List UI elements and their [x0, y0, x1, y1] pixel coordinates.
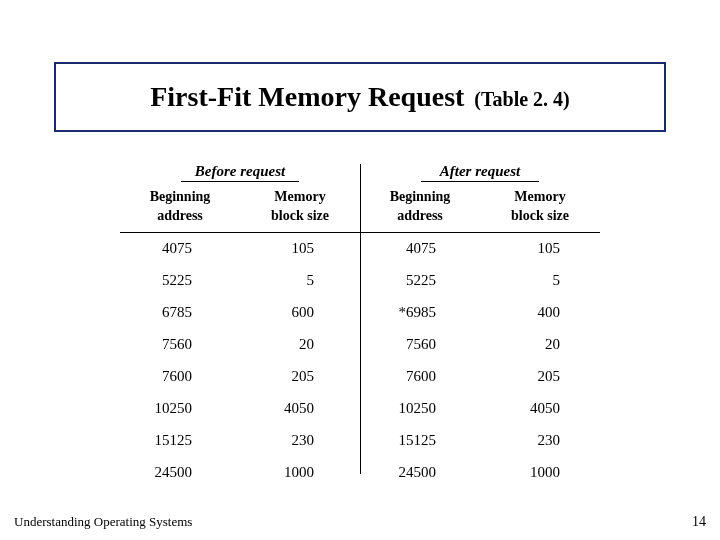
before-header: Before request [120, 160, 360, 184]
cell-address: 4075 [120, 240, 240, 257]
after-rows: 407510552255*698540075602076002051025040… [360, 233, 600, 489]
title-box: First-Fit Memory Request (Table 2. 4) [54, 62, 666, 132]
cell-address: 7600 [360, 368, 480, 385]
cell-blocksize: 5 [240, 272, 360, 289]
table-row: 15125230 [120, 425, 360, 457]
table-row: 15125230 [360, 425, 600, 457]
cell-blocksize: 230 [480, 432, 600, 449]
cell-address: 4075 [360, 240, 480, 257]
memory-table: Before request Beginning address Memory … [120, 160, 600, 489]
page-number: 14 [692, 514, 706, 530]
col-head-blocksize: Memory block size [480, 184, 600, 232]
table-row: 102504050 [360, 393, 600, 425]
header-underline [181, 181, 299, 182]
table-row: 4075105 [120, 233, 360, 265]
table-row: 756020 [120, 329, 360, 361]
cell-address: 24500 [360, 464, 480, 481]
title-main: First-Fit Memory Request [150, 81, 464, 112]
cell-blocksize: 205 [480, 368, 600, 385]
slide-title: First-Fit Memory Request (Table 2. 4) [150, 81, 570, 113]
table-row: 7600205 [360, 361, 600, 393]
slide: First-Fit Memory Request (Table 2. 4) Be… [0, 0, 720, 540]
table-row: 4075105 [360, 233, 600, 265]
after-header: After request [360, 160, 600, 184]
footer-source: Understanding Operating Systems [14, 514, 192, 530]
before-rows: 4075105522556785600756020760020510250405… [120, 233, 360, 489]
cell-blocksize: 1000 [240, 464, 360, 481]
cell-blocksize: 20 [480, 336, 600, 353]
cell-blocksize: 230 [240, 432, 360, 449]
table-row: 245001000 [120, 457, 360, 489]
cell-address: 7600 [120, 368, 240, 385]
col-head-address: Beginning address [360, 184, 480, 232]
after-header-text: After request [440, 163, 520, 179]
cell-address: 7560 [120, 336, 240, 353]
cell-address: 7560 [360, 336, 480, 353]
cell-blocksize: 4050 [480, 400, 600, 417]
cell-blocksize: 400 [480, 304, 600, 321]
after-section: After request Beginning address Memory b… [360, 160, 600, 489]
cell-address: *6985 [360, 304, 480, 321]
cell-address: 10250 [120, 400, 240, 417]
table-row: 52255 [120, 265, 360, 297]
cell-blocksize: 20 [240, 336, 360, 353]
table-row: 7600205 [120, 361, 360, 393]
cell-address: 10250 [360, 400, 480, 417]
table-row: 756020 [360, 329, 600, 361]
cell-address: 15125 [360, 432, 480, 449]
table-divider [360, 164, 361, 474]
table-row: 102504050 [120, 393, 360, 425]
col-head-blocksize: Memory block size [240, 184, 360, 232]
table-row: 245001000 [360, 457, 600, 489]
cell-blocksize: 1000 [480, 464, 600, 481]
cell-blocksize: 4050 [240, 400, 360, 417]
cell-blocksize: 600 [240, 304, 360, 321]
title-sub: (Table 2. 4) [474, 88, 569, 110]
header-underline [421, 181, 539, 182]
cell-address: 5225 [360, 272, 480, 289]
before-header-text: Before request [195, 163, 285, 179]
cell-address: 5225 [120, 272, 240, 289]
cell-address: 6785 [120, 304, 240, 321]
cell-address: 15125 [120, 432, 240, 449]
cell-blocksize: 105 [480, 240, 600, 257]
footer: Understanding Operating Systems 14 [14, 514, 706, 530]
table-row: 52255 [360, 265, 600, 297]
table-row: 6785600 [120, 297, 360, 329]
cell-blocksize: 205 [240, 368, 360, 385]
col-head-address: Beginning address [120, 184, 240, 232]
table-row: *6985400 [360, 297, 600, 329]
cell-blocksize: 5 [480, 272, 600, 289]
cell-address: 24500 [120, 464, 240, 481]
cell-blocksize: 105 [240, 240, 360, 257]
before-section: Before request Beginning address Memory … [120, 160, 360, 489]
